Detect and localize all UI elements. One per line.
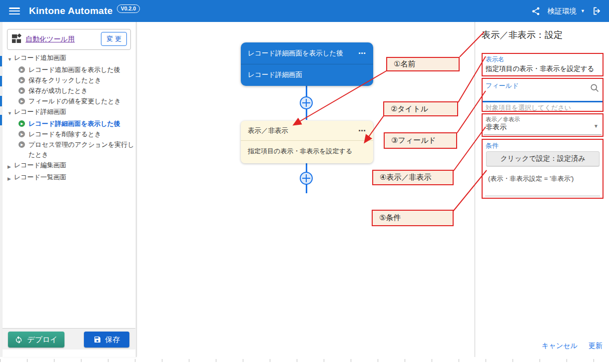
add-step-button[interactable] bbox=[300, 96, 313, 109]
name-field-value[interactable]: 指定項目の表示・非表示を設定する bbox=[486, 64, 594, 73]
action-node-subtitle: 指定項目の表示・非表示を設定する bbox=[248, 147, 352, 156]
name-field-label: 表示名 bbox=[486, 55, 505, 64]
field-selector-highlight: フィールド 対象項目を選択してください bbox=[482, 78, 604, 112]
cancel-link[interactable]: キャンセル bbox=[542, 342, 578, 351]
action-node-visibility[interactable]: 表示／非表示 ⋯ 指定項目の表示・非表示を設定する bbox=[241, 121, 373, 163]
tree-item-label: 保存をクリックしたとき bbox=[28, 75, 101, 85]
field-input-underline[interactable] bbox=[483, 101, 603, 102]
chevron-down-icon: ▼ bbox=[581, 8, 585, 13]
tree-group-record-detail[interactable]: ▼ レコード詳細画面 bbox=[6, 107, 134, 118]
save-label: 保存 bbox=[105, 335, 120, 345]
bottom-ruler-ticks bbox=[0, 359, 609, 362]
caret-down-icon: ▼ bbox=[7, 107, 14, 118]
play-circle-icon: ▶ bbox=[18, 120, 25, 127]
hamburger-menu-icon[interactable] bbox=[9, 7, 20, 14]
name-field-highlight: 表示名 指定項目の表示・非表示を設定する bbox=[482, 53, 604, 76]
tree-group-label: レコード追加画面 bbox=[14, 53, 66, 63]
play-circle-icon: ▶ bbox=[18, 98, 25, 104]
add-step-button[interactable] bbox=[300, 172, 313, 185]
play-circle-icon: ▶ bbox=[18, 141, 25, 148]
condition-label: 条件 bbox=[486, 141, 499, 150]
tree-group-record-list[interactable]: ▶ レコード一覧画面 bbox=[6, 172, 134, 184]
annotation-condition: ⑤条件 bbox=[372, 210, 454, 226]
tree-group-record-edit[interactable]: ▶ レコード編集画面 bbox=[6, 160, 134, 172]
tree-item-label: レコードを削除するとき bbox=[28, 129, 101, 139]
tree-item-label: レコード詳細画面を表示した後 bbox=[28, 119, 120, 129]
sidebar: 自動化ツール用 変 更 ▼ レコード追加画面 ▶ レコード追加画面を表示した後 … bbox=[2, 22, 136, 357]
app-title: Kintone Automate bbox=[29, 5, 113, 16]
tree-item-label: フィールドの値を変更したとき bbox=[28, 96, 121, 106]
play-circle-icon: ▶ bbox=[18, 87, 25, 94]
deploy-button[interactable]: デプロイ bbox=[8, 332, 64, 348]
tree-group-label: レコード一覧画面 bbox=[14, 172, 66, 182]
condition-set-button[interactable]: クリックで設定：設定済み bbox=[486, 151, 600, 166]
share-icon[interactable] bbox=[531, 6, 541, 16]
environment-label: 検証環境 bbox=[548, 6, 577, 16]
app-selector: 自動化ツール用 変 更 bbox=[7, 29, 131, 50]
node-menu-icon[interactable]: ⋯ bbox=[358, 49, 366, 58]
condition-section-highlight: 条件 クリックで設定：設定済み (表示・非表示設定 = '非表示') bbox=[482, 139, 604, 199]
annotation-field: ③フィールド bbox=[384, 132, 457, 149]
visibility-select-underline bbox=[484, 134, 602, 135]
tree-item[interactable]: ▶ フィールドの値を変更したとき bbox=[6, 96, 134, 106]
tree-item[interactable]: ▶ レコードを削除するとき bbox=[6, 129, 134, 139]
tree-item[interactable]: ▶ 保存をクリックしたとき bbox=[6, 75, 134, 85]
field-selector-label: フィールド bbox=[486, 81, 519, 90]
app-blocks-icon bbox=[11, 33, 21, 45]
settings-panel: 表示／非表示：設定 表示名 指定項目の表示・非表示を設定する フィールド 対象項… bbox=[475, 22, 609, 357]
app-name-link[interactable]: 自動化ツール用 bbox=[25, 35, 75, 44]
condition-divider bbox=[485, 196, 600, 196]
app-header: Kintone Automate V0.2.0 検証環境 ▼ bbox=[0, 0, 609, 22]
kintone-automate-app: Kintone Automate V0.2.0 検証環境 ▼ 自動化ツール用 変 bbox=[0, 0, 609, 364]
tree-group-label: レコード編集画面 bbox=[14, 160, 66, 170]
annotation-title: ②タイトル bbox=[383, 101, 458, 116]
event-tree: ▼ レコード追加画面 ▶ レコード追加画面を表示した後 ▶ 保存をクリックしたと… bbox=[6, 53, 134, 184]
deploy-label: デプロイ bbox=[27, 335, 57, 345]
caret-right-icon: ▶ bbox=[7, 172, 14, 184]
field-input-placeholder[interactable]: 対象項目を選択してください bbox=[486, 103, 571, 112]
panel-title: 表示／非表示：設定 bbox=[482, 29, 563, 41]
environment-dropdown[interactable]: 検証環境 ▼ bbox=[548, 6, 585, 16]
tree-item[interactable]: ▶ プロセス管理のアクションを実行したとき bbox=[6, 140, 134, 160]
search-icon[interactable] bbox=[590, 83, 600, 95]
action-node-title: 表示／非表示 bbox=[248, 126, 288, 135]
play-circle-icon: ▶ bbox=[18, 77, 25, 83]
tree-item-label: 保存が成功したとき bbox=[28, 86, 88, 96]
save-floppy-icon bbox=[93, 336, 101, 344]
save-button[interactable]: 保存 bbox=[84, 332, 129, 348]
trigger-node[interactable]: レコード詳細画面を表示した後 ⋯ レコード詳細画面 bbox=[241, 42, 373, 86]
play-circle-icon: ▶ bbox=[18, 66, 25, 73]
annotation-name: ①名前 bbox=[386, 57, 460, 71]
update-link[interactable]: 更新 bbox=[589, 342, 603, 351]
tree-item-label: プロセス管理のアクションを実行したとき bbox=[28, 140, 134, 160]
select-caret-icon[interactable]: ▼ bbox=[594, 123, 599, 129]
tree-item-label: レコード追加画面を表示した後 bbox=[28, 65, 120, 75]
tree-item[interactable]: ▶ 保存が成功したとき bbox=[6, 86, 134, 96]
trigger-node-subtitle: レコード詳細画面 bbox=[248, 70, 302, 79]
tree-item[interactable]: ▶ レコード追加画面を表示した後 bbox=[6, 65, 134, 75]
version-badge: V0.2.0 bbox=[117, 4, 140, 13]
visibility-select-value[interactable]: 非表示 bbox=[486, 123, 507, 132]
node-menu-icon[interactable]: ⋯ bbox=[358, 126, 366, 135]
condition-summary: (表示・非表示設定 = '非表示') bbox=[488, 174, 574, 183]
sync-icon bbox=[14, 336, 23, 344]
play-circle-icon: ▶ bbox=[18, 131, 25, 137]
visibility-select-highlight: 表示／非表示 非表示 ▼ bbox=[482, 113, 604, 137]
visibility-select-label: 表示／非表示 bbox=[486, 116, 520, 123]
trigger-node-title: レコード詳細画面を表示した後 bbox=[248, 49, 343, 58]
caret-down-icon: ▼ bbox=[7, 53, 14, 64]
change-app-button[interactable]: 変 更 bbox=[101, 32, 127, 46]
logout-icon[interactable] bbox=[592, 6, 602, 16]
tree-group-label: レコード詳細画面 bbox=[14, 107, 66, 117]
caret-right-icon: ▶ bbox=[7, 160, 14, 172]
tree-item-selected[interactable]: ▶ レコード詳細画面を表示した後 bbox=[6, 119, 134, 129]
sidebar-footer: デプロイ 保存 bbox=[2, 328, 135, 350]
annotation-visibility: ④表示／非表示 bbox=[372, 170, 454, 185]
tree-group-record-add[interactable]: ▼ レコード追加画面 bbox=[6, 53, 134, 64]
